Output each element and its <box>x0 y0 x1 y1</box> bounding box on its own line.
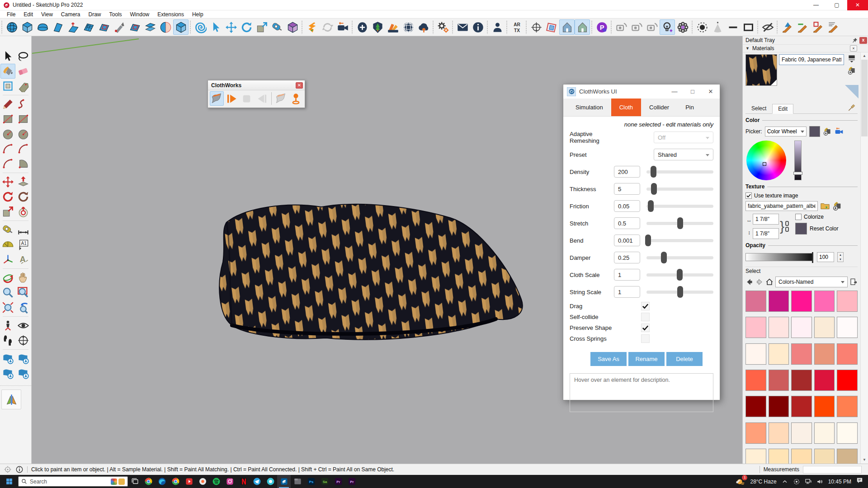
color-swatch-24[interactable] <box>837 396 858 417</box>
taskbar-edge[interactable] <box>155 475 169 488</box>
polygon-tool-icon[interactable] <box>16 127 31 141</box>
match-screen-color-icon[interactable] <box>835 127 844 136</box>
clothworks-dialog[interactable]: ClothWorks UI — □ ✕ SimulationClothColli… <box>563 84 720 400</box>
rotated-rectangle-tool-icon[interactable] <box>16 112 31 127</box>
projection-plane-tool-icon[interactable] <box>544 19 559 35</box>
select-tool-icon[interactable] <box>0 49 15 64</box>
lasso-tool-icon[interactable] <box>16 49 31 64</box>
color-wheel[interactable] <box>746 141 786 180</box>
3d-text-tool-icon[interactable] <box>16 252 31 267</box>
clothworks-toolbar[interactable]: ClothWorks ✕ <box>208 80 305 108</box>
taskbar-chrome[interactable] <box>142 475 155 488</box>
tab-edit[interactable]: Edit <box>772 104 793 114</box>
menu-tools[interactable]: Tools <box>105 11 126 18</box>
bend-slider-thumb[interactable] <box>645 235 651 246</box>
taskbar-skype[interactable] <box>264 475 277 488</box>
preserve-shape-checkbox[interactable] <box>641 324 650 332</box>
color-swatch-27[interactable] <box>791 422 812 444</box>
section-plane-tool-icon[interactable] <box>16 333 31 348</box>
damper-slider[interactable] <box>646 252 713 263</box>
freehand-tool-icon[interactable] <box>16 97 31 112</box>
paint-lines-tool-icon[interactable] <box>826 19 841 35</box>
orbit-tool-icon[interactable] <box>0 270 15 285</box>
density-slider[interactable] <box>646 166 713 178</box>
paint-cube-tool-icon[interactable] <box>810 19 826 35</box>
opacity-spinner[interactable]: ▲▼ <box>837 252 844 262</box>
previous-view-tool-icon[interactable] <box>16 300 31 315</box>
cloth-scale-field[interactable] <box>614 269 640 281</box>
color-swatch-12[interactable] <box>791 343 812 365</box>
color-swatch-7[interactable] <box>791 317 812 338</box>
damper-slider-thumb[interactable] <box>661 252 667 263</box>
color-swatch-10[interactable] <box>745 343 766 365</box>
save-as-button[interactable]: Save As <box>590 352 627 366</box>
frame-tool-icon[interactable] <box>96 19 112 35</box>
color-swatch-6[interactable] <box>769 317 789 338</box>
move-tool-icon[interactable] <box>223 19 239 35</box>
line-tool-icon[interactable] <box>0 97 15 112</box>
axes-tool-icon[interactable] <box>0 252 15 267</box>
layers-export-tool-icon[interactable] <box>0 366 15 381</box>
taskbar-spotify[interactable] <box>209 475 223 488</box>
texture-file-field[interactable] <box>745 201 818 211</box>
scale-tool-icon[interactable] <box>254 19 269 35</box>
account-tool-icon[interactable] <box>490 19 505 35</box>
stretch-field[interactable] <box>614 217 640 229</box>
scroll-down-icon[interactable]: ▼ <box>861 456 868 464</box>
tray-scrollbar[interactable]: ▲ ▼ <box>860 52 868 464</box>
default-material-button[interactable] <box>845 85 859 99</box>
damper-field[interactable] <box>614 252 640 263</box>
taskbar-files[interactable] <box>291 475 304 488</box>
back-arrow-icon[interactable] <box>745 278 754 286</box>
tape-tool-icon[interactable] <box>269 19 285 35</box>
forward-arrow-icon[interactable] <box>755 278 764 286</box>
house-model-tool-icon[interactable] <box>575 19 590 35</box>
camera-rotate-tool-icon[interactable] <box>613 19 629 35</box>
house-view-tool-icon[interactable] <box>559 19 575 35</box>
taskbar-telegram[interactable] <box>250 475 264 488</box>
color-swatch-13[interactable] <box>814 343 835 365</box>
half-sphere-tool-icon[interactable] <box>158 19 173 35</box>
close-button[interactable]: ✕ <box>847 0 868 10</box>
classifier-tool-icon[interactable] <box>0 79 15 94</box>
cloud-upload-tool-icon[interactable] <box>416 19 431 35</box>
color-swatch-0[interactable] <box>745 291 766 312</box>
tag-tool-icon[interactable] <box>16 79 31 94</box>
camera-still-tool-icon[interactable] <box>644 19 660 35</box>
pie-tool-icon[interactable] <box>16 156 31 171</box>
screen-record-icon[interactable] <box>793 478 800 485</box>
pushpin-icon[interactable] <box>852 37 858 43</box>
geolocation-icon[interactable] <box>4 465 12 474</box>
edit-texture-icon[interactable] <box>832 201 842 211</box>
taskbar-substance[interactable] <box>318 475 331 488</box>
color-swatch-21[interactable] <box>769 396 789 417</box>
color-swatch-28[interactable] <box>814 422 835 444</box>
light-tool-icon[interactable] <box>660 19 675 35</box>
text-tool-icon[interactable] <box>16 237 31 252</box>
cloth-tool-icon[interactable] <box>274 91 288 106</box>
follow-shell-tool-icon[interactable] <box>193 19 208 35</box>
toggle-clothworks-ui-icon[interactable] <box>210 91 224 106</box>
menu-view[interactable]: View <box>37 11 57 18</box>
omni-light-tool-icon[interactable] <box>694 19 710 35</box>
value-slider-handle[interactable] <box>793 172 802 175</box>
cloth-sync-tool-icon[interactable] <box>16 351 31 366</box>
position-camera-tool-icon[interactable] <box>0 318 15 333</box>
spot-light-tool-icon[interactable] <box>710 19 725 35</box>
scroll-up-icon[interactable]: ▲ <box>861 52 868 60</box>
dome-tool-icon[interactable] <box>35 19 50 35</box>
tray-title-bar[interactable]: Default Tray x <box>743 36 868 44</box>
zoom-extents-tool-icon[interactable] <box>0 300 15 315</box>
mirror-tool-icon[interactable] <box>1 389 21 409</box>
colorize-checkbox[interactable] <box>795 214 802 220</box>
string-scale-field[interactable] <box>614 286 640 298</box>
clothworks-dialog-titlebar[interactable]: ClothWorks UI — □ ✕ <box>563 84 720 99</box>
vertex-tool-icon[interactable] <box>285 19 300 35</box>
podium-tool-icon[interactable] <box>594 19 609 35</box>
tab-simulation[interactable]: Simulation <box>567 99 611 116</box>
dialog-close-button[interactable]: ✕ <box>702 88 720 95</box>
line-light-tool-icon[interactable] <box>725 19 741 35</box>
cloth-scale-slider-thumb[interactable] <box>677 269 683 281</box>
color-swatch-34[interactable] <box>837 449 858 464</box>
rotate-tool-icon[interactable] <box>0 189 15 204</box>
